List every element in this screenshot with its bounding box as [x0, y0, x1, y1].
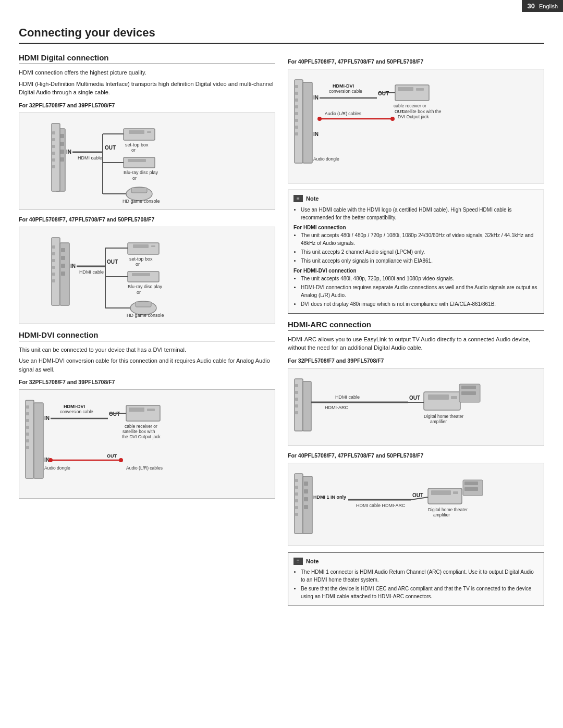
svg-rect-30	[131, 188, 147, 193]
svg-rect-44	[61, 264, 65, 268]
hdmi-dvi-svg2: IN HDMI-DVI conversion cable OUT	[293, 75, 486, 176]
note-list-1: Use an HDMI cable with the HDMI logo (a …	[293, 206, 538, 221]
hdmi-digital-body2: HDMI (High-Definition Multimedia Interfa…	[19, 80, 275, 97]
svg-text:HDMI 1 IN only: HDMI 1 IN only	[313, 495, 346, 500]
note-box-1: ≡ Note Use an HDMI cable with the HDMI l…	[288, 190, 544, 314]
svg-rect-128	[295, 398, 298, 401]
hdmi-dvi-body1: This unit can be connected to your devic…	[19, 346, 275, 354]
hdmi-arc-model2: For 40PFL5708/F7, 47PFL5708/F7 and 50PFL…	[288, 452, 544, 459]
svg-rect-104	[295, 132, 298, 135]
note-list-2: The HDMI 1 connector is HDMI Audio Retur…	[293, 568, 538, 600]
hdmi-digital-model1: For 32PFL5708/F7 and 39PFL5708/F7	[19, 102, 275, 108]
svg-rect-148	[295, 492, 298, 496]
svg-rect-99	[295, 98, 298, 102]
svg-text:or: or	[132, 176, 137, 181]
svg-text:Digital home theater: Digital home theater	[428, 507, 468, 512]
note-item: The unit accepts 480i / 480p / 720p / 10…	[301, 231, 538, 247]
svg-rect-137	[428, 394, 449, 400]
svg-text:set-top box: set-top box	[129, 256, 153, 262]
hdmi-digital-title: HDMI Digital connection	[19, 53, 275, 64]
svg-text:OUT: OUT	[105, 145, 116, 151]
svg-rect-45	[61, 272, 65, 276]
svg-rect-163	[453, 491, 458, 494]
svg-rect-36	[52, 252, 55, 255]
hdmi-arc-svg2: HDMI 1 IN only OUT HDMI cable HDMI-ARC	[293, 468, 486, 539]
svg-rect-40	[52, 279, 55, 282]
note-item: This unit accepts 2 channel Audio signal…	[301, 248, 538, 256]
right-column: For 40PFL5708/F7, 47PFL5708/F7 and 50PFL…	[288, 53, 544, 612]
svg-rect-70	[26, 412, 29, 415]
note-label-1: Note	[306, 194, 319, 203]
svg-point-116	[317, 117, 322, 121]
svg-rect-1	[60, 134, 64, 138]
svg-rect-165	[464, 482, 478, 485]
svg-text:conversion cable: conversion cable	[329, 89, 362, 94]
note-header-1: ≡ Note	[293, 194, 538, 203]
svg-text:IN: IN	[313, 131, 319, 137]
svg-text:HD game console: HD game console	[127, 313, 164, 318]
svg-rect-140	[461, 386, 476, 389]
svg-point-91	[48, 458, 53, 462]
svg-text:conversion cable: conversion cable	[60, 409, 93, 414]
svg-rect-151	[295, 513, 298, 516]
svg-text:IN: IN	[44, 415, 50, 421]
note-item: The HDMI 1 connector is HDMI Audio Retur…	[301, 568, 538, 584]
svg-rect-7	[52, 138, 55, 141]
svg-text:HDMI cable: HDMI cable	[79, 269, 104, 275]
svg-rect-8	[52, 145, 55, 148]
svg-text:HDMI cable: HDMI cable	[335, 394, 360, 400]
svg-rect-105	[303, 82, 312, 163]
svg-text:or: or	[137, 290, 141, 295]
hdmi-arc-diagram2: HDMI 1 IN only OUT HDMI cable HDMI-ARC	[288, 463, 544, 546]
svg-rect-100	[295, 105, 298, 108]
svg-rect-130	[295, 411, 298, 414]
left-column: HDMI Digital connection HDMI connection …	[19, 53, 275, 612]
svg-rect-17	[129, 130, 144, 134]
svg-rect-126	[295, 384, 298, 387]
svg-rect-84	[147, 409, 155, 411]
svg-text:OUT: OUT	[107, 453, 117, 459]
note-box-2: ≡ Note The HDMI 1 connector is HDMI Audi…	[288, 552, 544, 607]
svg-rect-52	[151, 245, 155, 247]
svg-rect-113	[416, 88, 424, 91]
note-item: DVI does not display 480i image which is…	[301, 300, 538, 308]
page-title: Connecting your devices	[19, 26, 544, 44]
svg-rect-2	[60, 142, 64, 146]
svg-text:IN: IN	[66, 149, 71, 155]
svg-text:satellite box with the: satellite box with the	[401, 109, 442, 114]
svg-rect-101	[295, 112, 298, 115]
note-item: Be sure that the device is HDMI CEC and …	[301, 585, 538, 600]
svg-rect-153	[304, 482, 308, 486]
svg-rect-38	[52, 266, 55, 269]
page-language: English	[539, 3, 558, 9]
svg-text:IN: IN	[313, 95, 319, 101]
hdmi-digital-body1: HDMI connection offers the highest pictu…	[19, 68, 275, 77]
hdmi-arc-diagram1: HDMI cable OUT HDMI-ARC Digital home the…	[288, 368, 544, 446]
hdmi-digital-diagram1: IN HDMI cable OUT set-top box or	[19, 113, 275, 210]
svg-rect-35	[52, 245, 55, 249]
svg-rect-127	[295, 391, 298, 394]
svg-text:Blu-ray disc play: Blu-ray disc play	[124, 170, 158, 175]
svg-text:OUT: OUT	[107, 259, 118, 265]
svg-rect-166	[464, 487, 478, 491]
hdmi-dvi-diagram2: IN HDMI-DVI conversion cable OUT	[288, 69, 544, 183]
svg-rect-76	[34, 403, 43, 478]
svg-rect-145	[295, 474, 303, 534]
svg-text:Audio (L/R) cables: Audio (L/R) cables	[325, 111, 361, 116]
note-icon-1: ≡	[293, 195, 303, 202]
hdmi-digital-svg1: IN HDMI cable OUT set-top box or	[51, 118, 243, 204]
svg-rect-149	[295, 499, 298, 502]
svg-point-92	[119, 458, 123, 462]
hdmi-dvi-diagram1: IN HDMI-DVI conversion cable OUT cab	[19, 389, 275, 499]
svg-rect-112	[398, 87, 413, 91]
note-item: HDMI-DVI connection requires separate Au…	[301, 283, 538, 299]
svg-rect-75	[26, 446, 29, 449]
svg-text:OUT: OUT	[409, 395, 420, 401]
svg-rect-4	[60, 157, 64, 162]
svg-text:Blu-ray disc play: Blu-ray disc play	[128, 284, 163, 289]
svg-text:HDMI-ARC: HDMI-ARC	[325, 405, 348, 410]
svg-text:OUT: OUT	[378, 91, 389, 96]
svg-rect-18	[147, 131, 151, 133]
svg-rect-69	[26, 405, 29, 409]
svg-rect-72	[26, 426, 29, 429]
